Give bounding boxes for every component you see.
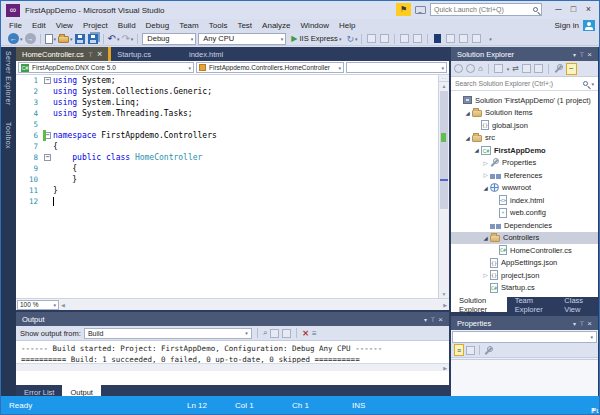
editor-tab-startup.cs[interactable]: Startup.cs <box>111 47 157 61</box>
scroll-right-icon[interactable]: ▶ <box>443 302 447 308</box>
scroll-right-icon[interactable]: ▶ <box>443 365 447 371</box>
maximize-button[interactable]: □ <box>566 3 581 16</box>
solution-configuration-dropdown[interactable]: Debug▾ <box>142 33 196 45</box>
solution-explorer-search-input[interactable]: Search Solution Explorer (Ctrl+;) ▾ <box>451 77 598 91</box>
tree-item-homecontroller.cs[interactable]: C#HomeController.cs <box>451 244 598 257</box>
navigate-forward-icon[interactable]: → <box>25 33 36 44</box>
close-icon[interactable]: × <box>587 50 592 59</box>
notifications-flag-icon[interactable]: ⚑ <box>396 3 411 16</box>
menu-window[interactable]: Window <box>296 21 334 30</box>
output-source-dropdown[interactable]: Build▾ <box>84 328 252 339</box>
output-text[interactable]: ------ Build started: Project: FirstAppD… <box>16 341 449 363</box>
menu-tools[interactable]: Tools <box>204 21 233 30</box>
previous-bookmark-icon[interactable] <box>446 34 455 43</box>
tree-item-web.config[interactable]: *web.config <box>451 207 598 220</box>
sync-with-active-document-icon[interactable]: ⇄ <box>512 64 519 73</box>
toggle-bookmark-icon[interactable] <box>434 34 441 43</box>
window-menu-icon[interactable]: ▾ <box>424 316 427 323</box>
menu-debug[interactable]: Debug <box>141 21 175 30</box>
forward-icon[interactable] <box>466 64 475 73</box>
expander-open-icon[interactable]: ◢ <box>472 147 481 153</box>
editor-tab-homecontroller.cs[interactable]: HomeController.cs⊤× <box>16 47 108 61</box>
output-horizontal-scrollbar[interactable]: ▶ <box>16 363 449 371</box>
word-wrap-icon[interactable]: ≡ <box>312 329 317 338</box>
close-icon[interactable]: × <box>97 50 102 58</box>
toolbar-overflow-icon[interactable]: ▾ <box>489 36 492 42</box>
start-debugging-button[interactable]: ▶ IIS Express ▾ <box>288 33 344 45</box>
tree-item-dependencies[interactable]: Dependencies <box>451 219 598 232</box>
redo-icon[interactable]: ↷ <box>121 33 129 44</box>
scrollbar-thumb[interactable] <box>440 91 448 209</box>
menu-project[interactable]: Project <box>78 21 113 30</box>
back-icon[interactable] <box>454 64 463 73</box>
project-context-dropdown[interactable]: C# FirstAppDemo.DNX Core 5.0 ▾ <box>18 62 194 73</box>
tree-item-project.json[interactable]: ▷{}project.json <box>451 269 598 282</box>
next-message-icon[interactable] <box>282 329 291 338</box>
previous-message-icon[interactable] <box>270 329 279 338</box>
categorized-icon[interactable]: ≡ <box>454 344 464 356</box>
menu-help[interactable]: Help <box>334 21 360 30</box>
tab-solution-explorer[interactable]: Solution Explorer <box>451 297 507 312</box>
pin-icon[interactable]: ⊤ <box>88 51 93 58</box>
menu-analyze[interactable]: Analyze <box>257 21 295 30</box>
expander-open-icon[interactable]: ◢ <box>481 185 490 191</box>
find-in-files-icon[interactable] <box>367 34 376 43</box>
tree-item-controllers[interactable]: ◢Controllers <box>451 232 598 245</box>
tree-item-src[interactable]: ◢src <box>451 132 598 145</box>
tree-item-properties[interactable]: ▷Properties <box>451 157 598 170</box>
browser-link-refresh-icon[interactable]: ↻ <box>346 34 354 44</box>
editor-tab-index.html[interactable]: index.html <box>183 47 229 61</box>
solution-explorer-header[interactable]: Solution Explorer ▾ ⊤ × <box>451 47 598 61</box>
menu-build[interactable]: Build <box>113 21 141 30</box>
tree-item-references[interactable]: ▷References <box>451 169 598 182</box>
send-feedback-icon[interactable] <box>415 6 426 14</box>
side-tab-server-explorer[interactable]: Server Explorer <box>5 51 12 106</box>
expander-open-icon[interactable]: ◢ <box>463 110 472 116</box>
zoom-level-dropdown[interactable]: 100 %▾ <box>17 300 59 310</box>
comment-icon[interactable] <box>380 34 389 43</box>
window-menu-icon[interactable]: ▾ <box>573 51 576 58</box>
next-bookmark-icon[interactable] <box>459 34 468 43</box>
collapse-all-icon[interactable]: − <box>566 63 577 75</box>
close-icon[interactable]: × <box>438 315 443 324</box>
member-dropdown-empty[interactable]: ▾ <box>346 62 447 73</box>
splitter-handle[interactable]: ⋯ <box>439 75 449 82</box>
close-icon[interactable]: × <box>587 319 592 328</box>
tree-item-index.html[interactable]: <>index.html <box>451 194 598 207</box>
window-menu-icon[interactable]: ▾ <box>573 320 576 327</box>
tree-item-firstappdemo[interactable]: ◢C#FirstAppDemo <box>451 144 598 157</box>
expander-open-icon[interactable]: ◢ <box>463 135 472 141</box>
new-file-icon[interactable] <box>45 34 53 44</box>
tab-class-view[interactable]: Class View <box>556 297 598 312</box>
tree-item-global.json[interactable]: {}global.json <box>451 119 598 132</box>
home-icon[interactable]: ⌂ <box>478 64 483 73</box>
tree-item-appsettings.json[interactable]: {}AppSettings.json <box>451 257 598 270</box>
menu-team[interactable]: Team <box>174 21 204 30</box>
scroll-up-icon[interactable]: ▲ <box>439 83 449 89</box>
sign-in-avatar-icon[interactable] <box>583 20 595 31</box>
sign-in-link[interactable]: Sign in <box>555 21 579 30</box>
tree-item-startup.cs[interactable]: C#Startup.cs <box>451 282 598 295</box>
expander-closed-icon[interactable]: ▷ <box>481 272 490 278</box>
type-member-dropdown[interactable]: FirstAppdemo.Controllers.HomeController … <box>196 62 344 73</box>
save-icon[interactable] <box>75 34 85 44</box>
pin-icon[interactable]: ⊤ <box>579 51 584 58</box>
expander-closed-icon[interactable]: ▷ <box>481 160 490 166</box>
solution-platform-dropdown[interactable]: Any CPU▾ <box>198 33 286 45</box>
code-editor[interactable]: C# FirstAppDemo.DNX Core 5.0 ▾ FirstAppd… <box>16 61 449 310</box>
open-file-icon[interactable] <box>58 36 69 43</box>
save-all-icon[interactable] <box>88 34 98 44</box>
side-tab-toolbox[interactable]: Toolbox <box>5 122 12 149</box>
properties-wrench-icon[interactable] <box>554 64 563 73</box>
code-text-area[interactable]: 1−using System;2using System.Collections… <box>16 75 438 298</box>
expander-open-icon[interactable]: ◢ <box>481 235 490 241</box>
collapse-box-icon[interactable]: − <box>44 154 51 161</box>
property-pages-icon[interactable] <box>484 346 493 355</box>
properties-header[interactable]: Properties ▾ ⊤ × <box>451 316 598 330</box>
preview-selected-items-icon[interactable] <box>534 64 543 73</box>
tab-team-explorer[interactable]: Team Explorer <box>507 297 557 312</box>
tree-item-solution-items[interactable]: ◢Solution Items <box>451 107 598 120</box>
collapse-box-icon[interactable]: − <box>44 77 51 84</box>
editor-vertical-scrollbar[interactable]: ⋯ ▲ ▼ <box>438 75 449 298</box>
tree-item-wwwroot[interactable]: ◢wwwroot <box>451 182 598 195</box>
